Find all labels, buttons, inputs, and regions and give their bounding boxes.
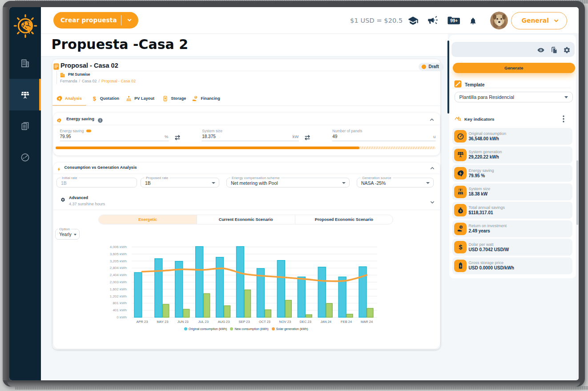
duplicate-icon[interactable]	[550, 46, 558, 54]
legend-item[interactable]: New consumption (kWh)	[230, 327, 268, 330]
sidebar-item-analytics[interactable]	[9, 149, 41, 166]
desktop-texture-bottom	[15, 386, 588, 390]
breadcrumb-segment[interactable]: Proposal - Casa 02	[101, 79, 136, 83]
collapse-chevron-icon[interactable]	[430, 165, 435, 173]
info-icon[interactable]	[97, 117, 103, 125]
indicator-value: $118,317.01	[469, 210, 493, 215]
toggle-on-icon[interactable]	[86, 130, 91, 132]
breadcrumb-segment[interactable]: Fernanda	[60, 79, 77, 83]
field-value[interactable]: 49	[332, 134, 337, 139]
indicator-card-dolar-per-watt: $ Dolar per watt USD 0.7042 USD/W	[452, 239, 573, 256]
collapse-chevron-icon[interactable]	[429, 116, 435, 124]
indicator-value: 36,548.00 kWh	[469, 136, 499, 141]
tab-label: Storage	[171, 96, 186, 101]
svg-text:JUL 23: JUL 23	[198, 320, 209, 324]
account-menu-button[interactable]: General	[511, 12, 567, 29]
generate-button[interactable]: Generate	[453, 63, 576, 73]
sunwise-logo-icon[interactable]	[12, 13, 38, 39]
consumption-generation-chart[interactable]: 0 kWh401 kWh801 kWh1,202 kWh1,602 kWh2,0…	[53, 236, 440, 329]
kebab-menu-icon[interactable]	[560, 115, 567, 122]
bell-icon[interactable]	[469, 16, 477, 25]
tab-financing[interactable]: $Financing	[192, 95, 220, 102]
legend-item[interactable]: Original consumption (kWh)	[184, 327, 227, 330]
energy-saving-panel: Energy saving Energy saving 79.95 %Syste…	[53, 113, 440, 155]
select-energy-compensation-scheme[interactable]: Energy compensation scheme Net metering …	[226, 178, 350, 187]
key-indicators-list: Original consumption 36,548.00 kWh Syste…	[452, 128, 573, 276]
preview-eye-icon[interactable]	[537, 46, 545, 54]
template-label: Template	[465, 82, 484, 87]
select-proposed-rate[interactable]: Proposed rate 1B	[141, 178, 219, 187]
sidebar-item-documents[interactable]	[9, 117, 41, 134]
proposal-title: Proposal - Casa 02	[60, 62, 118, 69]
tab-analysis[interactable]: Analysis	[56, 95, 82, 102]
scenario-tab-current-economic-scenario[interactable]: Current Economic Scenario	[197, 215, 295, 224]
system-size-icon	[454, 186, 467, 198]
indicator-value: 18.38 kW	[469, 191, 488, 196]
sidebar-item-proposals[interactable]	[9, 79, 41, 110]
select-generation-source[interactable]: Generation source NASA -25%	[357, 178, 434, 187]
svg-text:2,003 kWh: 2,003 kWh	[109, 280, 126, 284]
academy-icon[interactable]	[407, 15, 419, 26]
template-select[interactable]: Plantilla para Residencial	[455, 92, 573, 102]
caret-down-icon	[342, 182, 346, 184]
chevron-down-icon[interactable]	[126, 17, 133, 23]
exchange-rate: $1 USD = $20.5	[350, 17, 403, 24]
swap-arrows-icon[interactable]	[303, 135, 311, 141]
tab-quotation[interactable]: $Quotation	[91, 95, 119, 102]
pv-layout-icon	[125, 95, 132, 102]
advanced-divider	[53, 210, 440, 210]
expand-chevron-icon[interactable]	[430, 199, 435, 207]
user-avatar[interactable]	[490, 12, 508, 29]
advanced-section[interactable]: Advanced 4.37 sunshine hours	[60, 196, 105, 206]
panel-divider	[53, 125, 440, 125]
svg-text:2,804 kWh: 2,804 kWh	[109, 266, 126, 270]
proposal-card: Proposal - Casa 02 Draft PM Sunwise Fern…	[52, 59, 440, 350]
indicator-card-original-consumption: Original consumption 36,548.00 kWh	[452, 128, 573, 145]
dollar-icon: $	[454, 241, 467, 253]
energy-progress-track[interactable]	[56, 147, 435, 150]
indicator-value: USD 0.7042 USD/W	[469, 247, 509, 252]
indicator-card-return-on-investment: $ Return on investment 2.49 years	[452, 220, 573, 237]
create-proposal-button[interactable]: Crear propuesta	[53, 12, 138, 29]
field-number-of-panels[interactable]: Number of panels 49 u	[332, 129, 436, 141]
indicator-card-total-annual-savings: $ Total annual savings $118,317.01	[452, 202, 573, 219]
legend-dot	[272, 327, 275, 330]
solar-panel-icon	[454, 149, 467, 161]
settings-gear-icon[interactable]	[563, 46, 571, 54]
chevron-down-icon	[553, 17, 560, 24]
proposal-tools-card	[451, 42, 575, 57]
status-badge[interactable]: Draft	[419, 63, 444, 71]
content-area: Propuesta -Casa 2 Proposal - Casa 02 Dra…	[41, 34, 579, 380]
select-initial-rate[interactable]: Initial rate 1B	[56, 178, 137, 187]
svg-text:$: $	[93, 95, 96, 102]
scrollbar-track[interactable]	[576, 34, 579, 380]
storage-price-icon: $	[454, 260, 467, 272]
legend-dot	[184, 327, 187, 330]
select-label: Proposed rate	[145, 176, 169, 180]
generate-label: Generate	[504, 65, 523, 70]
project-name[interactable]: PM Sunwise	[68, 72, 90, 77]
sidebar-item-projects[interactable]	[9, 54, 41, 71]
scrollbar-thumb[interactable]	[576, 160, 579, 225]
topbar-right: $1 USD = $20.5	[350, 7, 567, 34]
swap-arrows-icon[interactable]	[173, 135, 181, 141]
tab-storage[interactable]: Storage	[162, 95, 186, 102]
field-value[interactable]: 18.375	[202, 134, 216, 139]
select-value: NASA -25%	[361, 180, 386, 186]
legend-item[interactable]: Solar generation (kWh)	[272, 327, 308, 330]
indicator-card-energy-saving: Energy saving 79.95 %	[452, 165, 573, 182]
key-indicators-header: Key indicators	[455, 115, 571, 123]
notifications-folder-badge[interactable]: 99+	[447, 16, 460, 25]
indicator-card-system-size: System size 18.38 kW	[452, 183, 573, 200]
field-energy-saving[interactable]: Energy saving 79.95 %	[60, 129, 169, 141]
announcements-icon[interactable]	[427, 16, 438, 25]
scenario-tab-proposed-economic-scenario[interactable]: Proposed Economic Scenario	[295, 215, 393, 224]
scenario-tab-energetic[interactable]: Energetic	[99, 215, 197, 224]
field-value[interactable]: 79.95	[60, 134, 71, 139]
template-section-header: Template	[454, 80, 484, 90]
indicator-card-gross-storage-price: $ Gross storage price USD 0.0000 USD/kWh	[452, 257, 573, 274]
breadcrumb-segment[interactable]: Casa 02	[82, 79, 97, 83]
field-system-size[interactable]: System size 18.375 kW	[202, 129, 299, 141]
tab-pv-layout[interactable]: PV Layout	[125, 95, 154, 102]
svg-text:NOV 23: NOV 23	[279, 320, 291, 324]
